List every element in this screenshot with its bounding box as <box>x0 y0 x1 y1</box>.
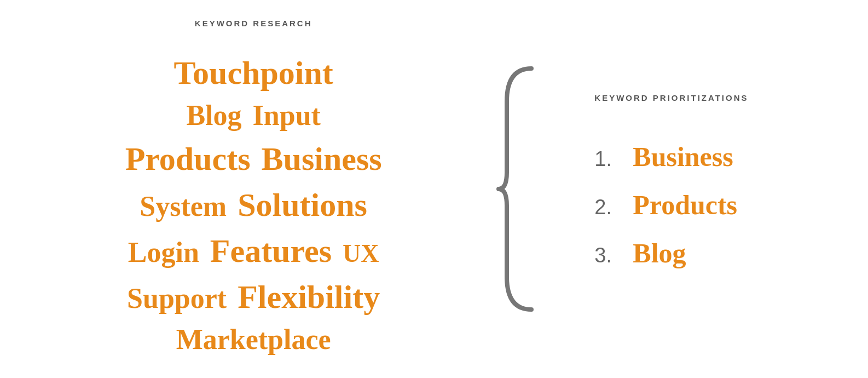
keyword-prioritizations-section: KEYWORD PRIORITIZATIONS 1. Business 2. P… <box>551 93 868 285</box>
priority-item-3: 3. Blog <box>594 237 737 269</box>
keyword-login: Login <box>128 233 199 273</box>
priority-label-2: Products <box>633 189 737 221</box>
keyword-touchpoint: Touchpoint <box>174 50 333 96</box>
keyword-research-title: KEYWORD RESEARCH <box>195 19 313 28</box>
keyword-system: System <box>140 187 227 227</box>
keyword-input: Input <box>253 96 321 136</box>
priority-item-1: 1. Business <box>594 141 737 173</box>
priority-number-3: 3. <box>594 244 622 267</box>
keyword-flexibility: Flexibility <box>238 274 380 320</box>
priority-number-1: 1. <box>594 147 622 171</box>
priority-number-2: 2. <box>594 196 622 219</box>
keyword-prioritizations-title: KEYWORD PRIORITIZATIONS <box>594 93 748 102</box>
keyword-row-5: Login Features UX <box>128 228 379 274</box>
keyword-solutions: Solutions <box>238 182 367 228</box>
keyword-cloud: Touchpoint Blog Input Products Business … <box>125 50 382 360</box>
keyword-business: Business <box>262 136 382 182</box>
keyword-marketplace: Marketplace <box>176 320 331 360</box>
brace-container <box>496 58 540 320</box>
keyword-row-7: Marketplace <box>176 320 331 360</box>
priority-label-3: Blog <box>633 237 686 269</box>
keyword-support: Support <box>127 279 227 319</box>
brace-icon <box>496 58 540 320</box>
priority-item-2: 2. Products <box>594 189 737 221</box>
keyword-row-3: Products Business <box>125 136 382 182</box>
keyword-features: Features <box>210 228 332 274</box>
main-container: KEYWORD RESEARCH Touchpoint Blog Input P… <box>0 0 868 378</box>
keyword-row-1: Touchpoint <box>174 50 333 96</box>
keyword-row-4: System Solutions <box>140 182 367 228</box>
keyword-products: Products <box>125 136 251 182</box>
keyword-research-section: KEYWORD RESEARCH Touchpoint Blog Input P… <box>33 19 474 360</box>
priority-list: 1. Business 2. Products 3. Blog <box>594 141 737 285</box>
priority-label-1: Business <box>633 141 733 173</box>
keyword-ux: UX <box>343 236 379 271</box>
keyword-blog: Blog <box>186 96 241 136</box>
keyword-row-6: Support Flexibility <box>127 274 380 320</box>
keyword-row-2: Blog Input <box>186 96 320 136</box>
